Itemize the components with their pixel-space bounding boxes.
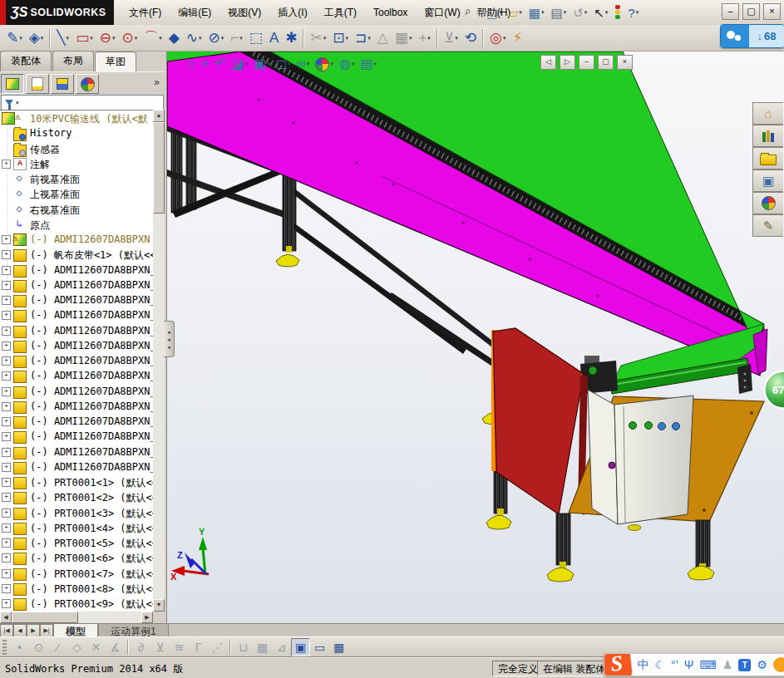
- ime-extra-icon[interactable]: [772, 656, 784, 674]
- blue-button[interactable]: [658, 423, 666, 430]
- corner-rectangle-icon[interactable]: ▭▾: [72, 27, 96, 50]
- expand-icon[interactable]: +: [2, 371, 11, 381]
- tree-item[interactable]: +(-) PRT0001<1> (默认<<默: [0, 474, 153, 489]
- expand-icon[interactable]: +: [2, 281, 11, 290]
- expand-icon[interactable]: +: [2, 327, 11, 336]
- length-snap-icon[interactable]: ⊔: [234, 638, 253, 656]
- tree-item[interactable]: +(-) ADMI12607DA8BPXN_2<: [0, 399, 153, 414]
- search-icon[interactable]: ⌕: [459, 4, 477, 21]
- previous-view-icon[interactable]: ↶: [213, 54, 227, 74]
- tree-item[interactable]: +(-) ADMI12607DA8BPXN_2<: [0, 307, 153, 322]
- midpoint-snap-icon[interactable]: ◇: [67, 638, 86, 656]
- intersection-snap-icon[interactable]: ✕: [86, 638, 106, 656]
- new-document-icon[interactable]: ▢▾: [484, 2, 505, 22]
- expand-icon[interactable]: +: [2, 387, 11, 396]
- tree-item[interactable]: ↳原点: [0, 217, 153, 232]
- viewport-pane-icon[interactable]: ▭: [310, 638, 329, 656]
- ime-mic-icon[interactable]: Ψ: [684, 655, 694, 675]
- rapid-sketch-icon[interactable]: ⚡: [509, 27, 525, 50]
- expand-icon[interactable]: +: [2, 599, 11, 608]
- ime-logo[interactable]: S: [604, 653, 633, 676]
- tree-item[interactable]: 传感器: [0, 141, 153, 156]
- save-icon[interactable]: ▦▾: [526, 2, 547, 22]
- configurationmanager-tab[interactable]: [51, 74, 74, 94]
- menu-item[interactable]: Toolbox: [367, 4, 413, 21]
- tree-item[interactable]: +(-) ADMI12607DA8BPXN_2<: [0, 353, 153, 368]
- tree-item[interactable]: +(-) PRT0001<3> (默认<<默: [0, 505, 153, 520]
- apply-scene-icon[interactable]: ◍▾: [338, 54, 356, 74]
- tab-nav-icon[interactable]: ▶|: [40, 624, 53, 637]
- expand-icon[interactable]: +: [2, 250, 11, 259]
- expand-icon[interactable]: +: [2, 478, 11, 487]
- doc-tab-0[interactable]: 模型: [53, 624, 98, 637]
- zoom-area-icon[interactable]: ⌖: [200, 54, 210, 74]
- circle-icon[interactable]: ⊙▾: [118, 27, 141, 50]
- expand-icon[interactable]: +: [2, 356, 11, 366]
- tree-item[interactable]: +(-) PRT0001<4> (默认<<默: [0, 520, 153, 535]
- tree-item[interactable]: History: [0, 125, 153, 140]
- quick-snaps-icon[interactable]: ◎▾: [486, 27, 509, 50]
- tree-item[interactable]: +(-) ADMI12607DA8BPXN_2<: [0, 368, 153, 383]
- tree-filter-input[interactable]: ▾: [1, 95, 164, 111]
- menu-item[interactable]: 文件(F): [123, 3, 167, 22]
- point-snap-icon[interactable]: •: [10, 638, 29, 656]
- control-cabinet[interactable]: [588, 390, 693, 531]
- tree-item[interactable]: +A注解: [0, 156, 153, 171]
- expand-icon[interactable]: +: [2, 341, 11, 351]
- grid-snap-icon[interactable]: ⋰: [208, 638, 227, 656]
- ime-lang-icon[interactable]: 中: [638, 655, 649, 675]
- pane-left-icon[interactable]: ◁: [540, 55, 556, 70]
- tree-item[interactable]: +(-) PRT0001<7> (默认<<默: [0, 566, 153, 581]
- text-icon[interactable]: A: [266, 27, 282, 50]
- propertymanager-tab[interactable]: [26, 74, 49, 94]
- sketch-icon[interactable]: ✎▾: [3, 27, 26, 50]
- view-orientation-icon[interactable]: ▣▾: [252, 54, 272, 74]
- tree-item[interactable]: ◇前视基准面: [0, 171, 153, 186]
- appearances-scenes-icon[interactable]: [752, 192, 783, 214]
- tree-item[interactable]: +(-) PRT0001<2> (默认<<默: [0, 489, 153, 504]
- custom-properties-icon[interactable]: ✎: [752, 214, 783, 237]
- tree-item[interactable]: +(-) PRT0001<5> (默认<<默: [0, 535, 153, 550]
- display-style-icon[interactable]: ◻▾: [274, 54, 293, 74]
- ime-moon-icon[interactable]: ☾: [655, 655, 666, 675]
- ime-punctuation-icon[interactable]: °’: [671, 655, 678, 675]
- point-icon[interactable]: ✱: [282, 27, 300, 50]
- menu-item[interactable]: 视图(V): [222, 3, 267, 22]
- green-button[interactable]: [645, 422, 653, 430]
- toolbar-grip[interactable]: [2, 640, 7, 655]
- expand-icon[interactable]: +: [2, 235, 11, 244]
- tree-item[interactable]: +(-) ADMI12607DA8BPXN_2<: [0, 414, 153, 429]
- tree-item[interactable]: +(-) PRT0001<6> (默认<<默: [0, 550, 153, 565]
- doc-restore-icon[interactable]: ▢: [598, 55, 614, 70]
- tree-item[interactable]: ◇上视基准面: [0, 186, 153, 201]
- tree-item[interactable]: +(-) 帆布皮带<1> (默认<<: [0, 247, 153, 262]
- pane-right-icon[interactable]: ▷: [560, 55, 575, 70]
- ime-user-icon[interactable]: ♟: [722, 655, 733, 675]
- design-library-icon[interactable]: [752, 125, 783, 147]
- expand-icon[interactable]: +: [2, 523, 11, 533]
- repair-sketch-icon[interactable]: ⟲: [461, 27, 480, 50]
- ime-skin-icon[interactable]: T: [738, 659, 751, 671]
- scroll-left-icon[interactable]: ◀: [0, 612, 12, 623]
- tree-item[interactable]: +(-) ADMI12607DA8BPXN_2<: [0, 429, 153, 444]
- offset-entities-icon[interactable]: ⊐▾: [352, 27, 374, 50]
- tree-horizontal-scrollbar[interactable]: ◀ ▶: [0, 612, 153, 623]
- scroll-right-icon[interactable]: ▶: [141, 612, 153, 623]
- line-icon[interactable]: ╲▾: [53, 27, 72, 50]
- zoom-fit-icon[interactable]: ⌕: [186, 54, 197, 74]
- tab-nav-icon[interactable]: ▶: [27, 624, 40, 637]
- tree-item[interactable]: +(-) ADMI12607DA8BPXN_2<: [0, 384, 153, 399]
- menu-item[interactable]: 工具(T): [318, 3, 362, 22]
- view-palette-icon[interactable]: ▣: [752, 170, 783, 192]
- tree-item[interactable]: +(-) PRT0001<9> (默认<<默: [0, 596, 153, 611]
- expand-icon[interactable]: +: [2, 569, 11, 578]
- parallel-snap-icon[interactable]: ≋: [170, 638, 189, 656]
- tab-nav-icon[interactable]: ◀: [13, 624, 27, 637]
- expand-icon[interactable]: +: [2, 493, 11, 502]
- expand-icon[interactable]: +: [2, 508, 11, 518]
- spline-icon[interactable]: ∿▾: [183, 27, 205, 50]
- ime-keyboard-icon[interactable]: ⌨: [699, 655, 716, 675]
- conveyor[interactable]: [167, 52, 767, 394]
- centerpoint-arc-icon[interactable]: ⌒▾: [141, 27, 165, 50]
- angle-display-icon[interactable]: ⊿: [272, 638, 291, 656]
